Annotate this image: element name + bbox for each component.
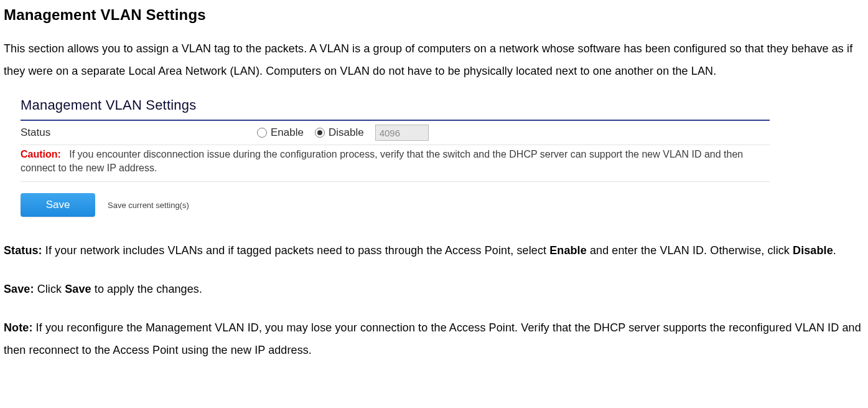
page-heading: Management VLAN Settings	[4, 6, 864, 24]
save-para-text-b: to apply the changes.	[91, 283, 202, 295]
status-row: Status Enable Disable	[21, 121, 770, 145]
save-para-label: Save:	[4, 283, 34, 295]
status-para-label: Status:	[4, 244, 42, 257]
caution-row: Caution: If you encounter disconnection …	[21, 145, 770, 181]
note-para-label: Note:	[4, 321, 33, 334]
status-para-disable: Disable	[793, 244, 833, 257]
status-para-enable: Enable	[549, 244, 587, 257]
caution-label: Caution:	[21, 149, 61, 159]
status-para-period: .	[833, 244, 836, 257]
radio-icon	[315, 128, 325, 138]
save-para-word: Save	[65, 283, 91, 295]
status-label: Status	[21, 126, 257, 139]
caution-text-body: If you encounter disconnection issue dur…	[21, 149, 743, 173]
save-hint: Save current setting(s)	[108, 201, 189, 210]
intro-paragraph: This section allows you to assign a VLAN…	[4, 37, 864, 82]
status-para-text-b: and enter the VLAN ID. Otherwise, click	[587, 244, 793, 257]
panel-title: Management VLAN Settings	[21, 93, 770, 121]
radio-icon	[257, 128, 267, 138]
enable-radio-label: Enable	[271, 126, 304, 139]
note-paragraph: Note: If you reconfigure the Management …	[4, 316, 864, 361]
vlan-id-input[interactable]	[375, 125, 429, 141]
note-para-text: If you reconfigure the Management VLAN I…	[4, 321, 861, 356]
caution-text	[63, 149, 69, 159]
save-button[interactable]: Save	[21, 193, 95, 217]
vlan-settings-panel: Management VLAN Settings Status Enable D…	[21, 93, 770, 223]
disable-radio[interactable]: Disable	[315, 126, 364, 139]
status-radio-group: Enable Disable	[257, 125, 429, 141]
status-paragraph: Status: If your network includes VLANs a…	[4, 239, 864, 262]
save-para-text-a: Click	[34, 283, 65, 295]
save-row: Save Save current setting(s)	[21, 182, 770, 223]
disable-radio-label: Disable	[329, 126, 364, 139]
status-para-text-a: If your network includes VLANs and if ta…	[42, 244, 549, 257]
enable-radio[interactable]: Enable	[257, 126, 304, 139]
save-paragraph: Save: Click Save to apply the changes.	[4, 278, 864, 300]
